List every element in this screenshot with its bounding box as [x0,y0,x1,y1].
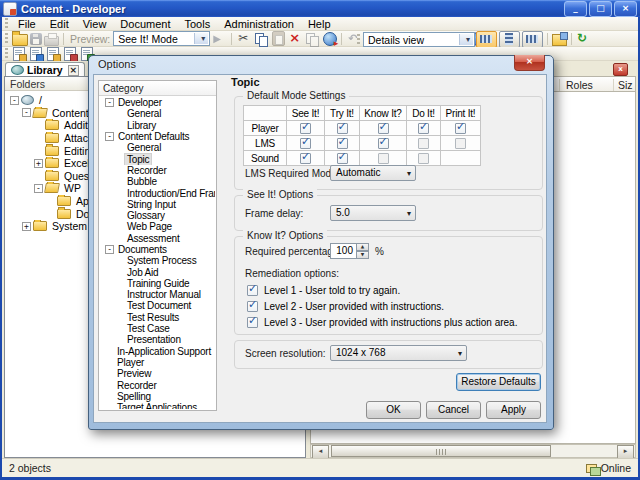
mode-checkbox[interactable] [337,153,348,164]
mode-checkbox[interactable] [378,138,389,149]
tree-item[interactable]: Job Aid [100,266,215,277]
tree-item[interactable]: General [100,108,215,119]
ok-button[interactable]: OK [366,401,421,419]
mode-checkbox[interactable] [300,153,311,164]
spin-down-icon[interactable]: ▼ [356,251,369,259]
preview-mode-combobox[interactable]: See It! Mode▾ [113,31,210,46]
tree-item[interactable]: Library [100,120,215,131]
collapse-node-icon[interactable]: - [10,96,19,105]
tree-item[interactable]: Target Applications [100,402,215,409]
menu-item-help[interactable]: Help [301,18,338,30]
level-checkbox[interactable] [247,317,258,328]
required-percentage-input[interactable]: 100 [330,243,357,259]
level-checkbox[interactable] [247,285,258,296]
tree-item[interactable]: Test Case [100,323,215,334]
mode-checkbox[interactable] [455,123,466,134]
mode-checkbox[interactable] [300,138,311,149]
tree-item[interactable]: -Developer [100,97,215,108]
level-checkbox[interactable] [247,301,258,312]
tree-item[interactable]: -Documents [100,244,215,255]
delete-icon[interactable]: × [287,32,303,46]
scroll-right-icon[interactable]: ▸ [617,445,634,459]
tree-item[interactable]: Spelling [100,391,215,402]
scrollbar-thumb[interactable] [331,445,551,457]
related-links-icon[interactable] [323,32,337,46]
menu-item-view[interactable]: View [76,18,114,30]
mode-checkbox[interactable] [455,138,466,149]
tree-item[interactable]: Player [100,357,215,368]
tree-item[interactable]: Presentation [100,334,215,345]
tree-item[interactable]: Bubble [100,176,215,187]
scroll-left-icon[interactable]: ◂ [312,445,329,459]
column-header-size[interactable]: Siz [618,79,633,91]
close-button[interactable]: × [614,1,637,17]
tree-item[interactable]: Preview [100,368,215,379]
cut-icon[interactable]: ✂ [236,32,252,46]
menu-item-file[interactable]: File [11,18,43,30]
tree-item[interactable]: System Process [100,255,215,266]
split-view-button[interactable] [499,31,520,48]
lms-required-mode-combobox[interactable]: Automatic▾ [330,165,416,181]
refresh-icon[interactable]: ↻ [576,32,592,46]
apply-button[interactable]: Apply [486,401,541,419]
copy-icon[interactable] [254,32,270,46]
tree-item[interactable]: -Content Defaults [100,131,215,142]
cancel-button[interactable]: Cancel [426,401,481,419]
mode-row-label: LMS [244,136,287,151]
tab-library[interactable]: Library × [5,62,85,77]
tree-item[interactable]: Topic [100,153,215,164]
mode-checkbox[interactable] [378,123,389,134]
mode-checkbox[interactable] [300,123,311,134]
dialog-close-button[interactable]: × [514,55,545,71]
tree-item[interactable]: Recorder [100,379,215,390]
folder-properties-icon[interactable] [552,34,567,46]
close-tab-button[interactable]: × [68,65,80,76]
tree-item[interactable]: Recorder [100,165,215,176]
frame-delay-combobox[interactable]: 5.0▾ [330,205,416,221]
document-action-icon[interactable] [64,47,76,61]
mode-checkbox[interactable] [378,153,389,164]
mode-checkbox[interactable] [418,138,429,149]
details-view-button[interactable] [476,31,497,48]
tree-item[interactable]: Test Results [100,312,215,323]
mode-checkbox[interactable] [418,153,429,164]
side-by-side-view-button[interactable] [522,31,543,48]
tree-item[interactable]: String Input [100,199,215,210]
menu-item-tools[interactable]: Tools [178,18,218,30]
tree-item[interactable]: General [100,142,215,153]
mode-checkbox[interactable] [418,123,429,134]
document-action-icon[interactable] [47,47,59,61]
screen-resolution-combobox[interactable]: 1024 x 768▾ [330,345,467,361]
menu-item-administration[interactable]: Administration [217,18,301,30]
collapse-node-icon[interactable]: - [22,108,31,117]
minimize-button[interactable]: _ [564,1,587,17]
menu-item-document[interactable]: Document [113,18,177,30]
collapse-node-icon[interactable]: - [105,245,114,254]
maximize-button[interactable]: □ [589,1,612,17]
mode-checkbox[interactable] [337,123,348,134]
tree-item[interactable]: Glossary [100,210,215,221]
view-combobox[interactable]: Details view▾ [363,32,475,47]
document-action-icon[interactable] [30,47,42,61]
open-icon[interactable] [12,34,28,46]
collapse-node-icon[interactable]: - [105,98,114,107]
close-pane-button[interactable]: x [613,63,628,76]
mode-checkbox[interactable] [337,138,348,149]
expand-node-icon[interactable]: + [22,222,31,231]
horizontal-scrollbar[interactable]: ◂ ▸ [310,444,636,458]
spin-up-icon[interactable]: ▲ [356,243,369,251]
tree-item[interactable]: Introduction/End Frame [100,187,215,198]
tree-item[interactable]: In-Application Support [100,346,215,357]
menu-item-edit[interactable]: Edit [43,18,76,30]
tree-item[interactable]: Web Page [100,221,215,232]
expand-node-icon[interactable]: + [34,159,43,168]
collapse-node-icon[interactable]: - [105,132,114,141]
column-header-roles[interactable]: Roles [566,79,593,91]
document-action-icon[interactable] [13,47,25,61]
tree-item[interactable]: Test Document [100,300,215,311]
tree-item[interactable]: Assessment [100,233,215,244]
tree-item[interactable]: Training Guide [100,278,215,289]
restore-defaults-button[interactable]: Restore Defaults [456,373,541,391]
collapse-node-icon[interactable]: - [34,184,43,193]
tree-item[interactable]: Instructor Manual [100,289,215,300]
